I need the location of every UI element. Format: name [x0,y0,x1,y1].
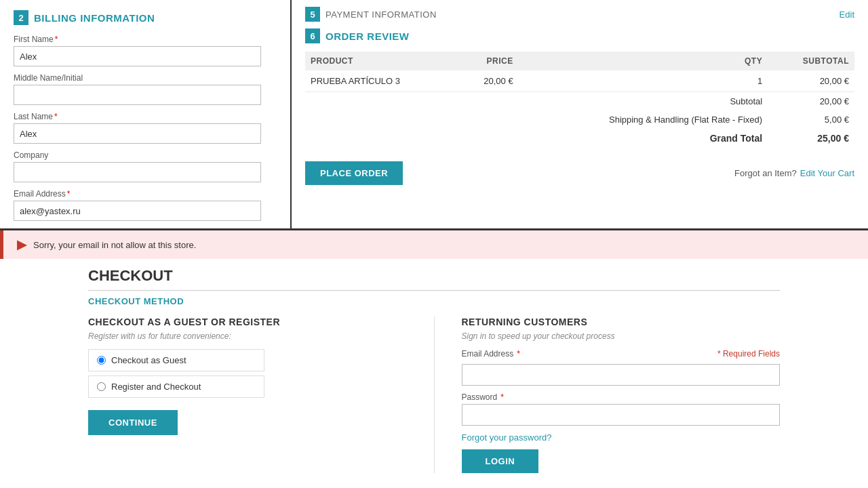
last-name-input[interactable] [14,123,261,144]
guest-radio-label[interactable]: Checkout as Guest [111,355,186,365]
guest-column: CHECKOUT AS A GUEST OR REGISTER Register… [88,317,435,473]
order-step-badge: 6 [305,28,320,43]
edit-cart-link[interactable]: Edit Your Cart [800,168,854,178]
product-price: 20,00 € [458,70,519,92]
forgot-item-text: Forgot an Item? [734,168,797,178]
email-input[interactable] [14,201,261,221]
payment-left: 5 PAYMENT INFORMATION [305,7,437,22]
place-order-button[interactable]: PLACE ORDER [305,161,403,185]
shipping-label: Shipping & Handling (Flat Rate - Fixed) [519,110,768,129]
order-table: PRODUCT PRICE QTY SUBTOTAL PRUEBA ARTÍCU… [305,52,854,148]
checkout-guest-option[interactable]: Checkout as Guest [88,349,264,371]
order-panel: 5 PAYMENT INFORMATION Edit 6 ORDER REVIE… [292,0,868,228]
company-group: Company [14,150,277,182]
payment-info-row: 5 PAYMENT INFORMATION Edit [305,7,854,22]
email-label-row: Email Address * * Required Fields [462,349,781,364]
shipping-row: Shipping & Handling (Flat Rate - Fixed) … [305,110,854,129]
ret-email-label: Email Address * [462,349,520,359]
table-row: PRUEBA ARTÍCULO 3 20,00 € 1 20,00 € [305,70,854,92]
subtotal-label: Subtotal [519,92,768,111]
col-price: PRICE [458,52,519,70]
forgot-password-link[interactable]: Forgot your password? [462,432,781,443]
first-name-input[interactable] [14,46,261,66]
last-name-label: Last Name* [14,112,277,121]
grand-total-row: Grand Total 25,00 € [305,129,854,148]
payment-step-badge: 5 [305,7,320,22]
shipping-value: 5,00 € [768,110,854,129]
grand-total-value: 25,00 € [768,129,854,148]
ret-email-input[interactable] [462,364,781,386]
billing-step-badge: 2 [14,10,28,25]
billing-title-text: BILLING INFORMATION [34,12,155,24]
middle-name-input[interactable] [14,85,261,105]
register-radio-label[interactable]: Register and Checkout [111,382,201,392]
continue-button[interactable]: CONTINUE [88,410,178,435]
col-product: PRODUCT [305,52,458,70]
col-qty: QTY [519,52,768,70]
error-flag-icon: ▶ [17,237,26,252]
guest-col-title: CHECKOUT AS A GUEST OR REGISTER [88,317,407,327]
last-name-group: Last Name* [14,112,277,144]
product-name: PRUEBA ARTÍCULO 3 [305,70,458,92]
billing-title: 2 BILLING INFORMATION [14,10,277,25]
returning-column: RETURNING CUSTOMERS Sign in to speed up … [435,317,781,473]
company-label: Company [14,150,277,160]
first-name-group: First Name* [14,35,277,66]
returning-col-title: RETURNING CUSTOMERS [462,317,781,327]
checkout-method-title: CHECKOUT METHOD [88,296,780,306]
ret-password-label: Password * [462,392,781,402]
guest-col-subtitle: Register with us for future convenience: [88,331,407,341]
subtotal-value: 20,00 € [768,92,854,111]
register-radio[interactable] [97,382,106,391]
checkout-columns: CHECKOUT AS A GUEST OR REGISTER Register… [88,317,780,473]
payment-title-text: PAYMENT INFORMATION [326,9,437,20]
login-button[interactable]: LOGIN [462,449,539,473]
order-review-title: 6 ORDER REVIEW [305,28,854,43]
first-name-label: First Name* [14,35,277,44]
required-fields-note: * Required Fields [717,349,780,359]
email-group: Email Address* [14,189,277,221]
order-review-text: ORDER REVIEW [326,30,410,42]
error-message: Sorry, your email in not allow at this s… [33,240,196,250]
guest-radio[interactable] [97,356,106,365]
returning-col-subtitle: Sign in to speed up your checkout proces… [462,331,781,341]
product-subtotal: 20,00 € [768,70,854,92]
ret-password-input[interactable] [462,404,781,426]
middle-name-group: Middle Name/Initial [14,73,277,105]
checkout-container: CHECKOUT CHECKOUT METHOD CHECKOUT AS A G… [0,259,868,483]
product-qty: 1 [519,70,768,92]
bottom-section: ▶ Sorry, your email in not allow at this… [0,230,868,483]
grand-total-label: Grand Total [519,129,768,148]
billing-panel: 2 BILLING INFORMATION First Name* Middle… [0,0,292,228]
company-input[interactable] [14,162,261,182]
subtotal-row: Subtotal 20,00 € [305,92,854,111]
order-footer: Forgot an Item? Edit Your Cart [734,168,854,178]
error-banner: ▶ Sorry, your email in not allow at this… [0,230,868,259]
payment-edit-link[interactable]: Edit [840,9,854,20]
email-label: Email Address* [14,189,277,199]
middle-name-label: Middle Name/Initial [14,73,277,83]
register-checkout-option[interactable]: Register and Checkout [88,375,264,398]
col-subtotal: SUBTOTAL [768,52,854,70]
checkout-main-title: CHECKOUT [88,267,780,291]
